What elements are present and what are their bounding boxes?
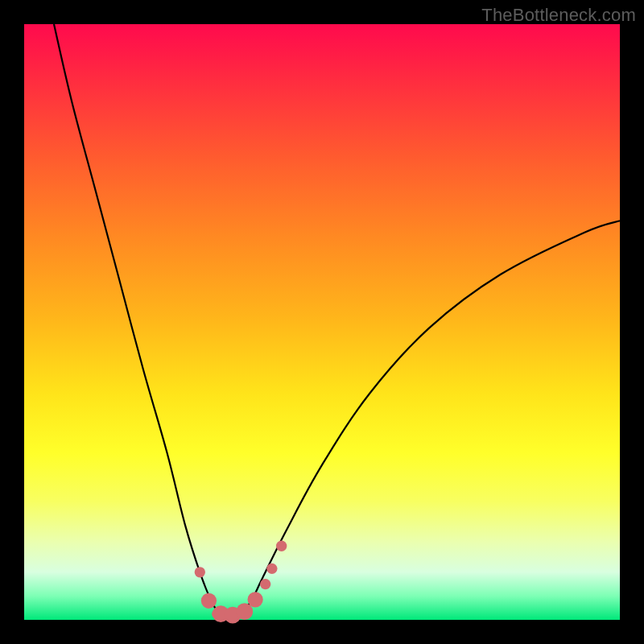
data-marker <box>260 579 270 589</box>
data-marker <box>201 593 217 609</box>
data-marker <box>248 592 263 607</box>
watermark-text: TheBottleneck.com <box>481 5 636 26</box>
marker-group <box>195 541 287 624</box>
data-marker <box>195 567 205 577</box>
data-marker <box>236 603 253 620</box>
chart-frame: TheBottleneck.com <box>0 0 644 644</box>
data-marker <box>276 541 287 551</box>
bottleneck-curve <box>54 24 620 617</box>
plot-area <box>24 24 620 620</box>
curve-svg <box>24 24 620 620</box>
data-marker <box>266 564 277 574</box>
